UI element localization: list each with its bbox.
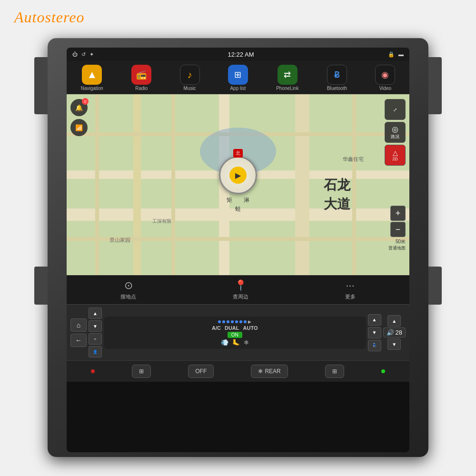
volume-level: 28 [396,329,402,336]
svg-text:景山家园: 景山家园 [109,237,130,243]
grid-icon-2: ⊞ [332,368,337,375]
back-button[interactable]: ← [70,334,87,347]
applist-label: App list [230,86,246,91]
volume-display: 🔊 28 [383,327,406,337]
nav-bottom-buttons: ⊙ 搜地点 📍 查周边 ··· 更多 [67,275,409,304]
seat-heat-icon: 👤 [89,346,102,357]
radio-label: Radio [135,86,148,91]
mount-tab-bottom-left [34,267,48,305]
bluetooth-label: Bluetooth [327,86,347,91]
search-place-button[interactable]: ⊙ 搜地点 [120,279,136,300]
fan-dot-6 [239,320,242,323]
power-icon: ⏻ [72,51,78,57]
fan-left-controls: ▲ ▼ ≈ 👤 [89,307,102,357]
svg-rect-5 [133,94,141,275]
zoom-in-button[interactable]: + [390,206,406,221]
back-icon: ← [75,337,82,344]
rear-button[interactable]: ❄ REAR [251,365,288,378]
video-icon: ◉ [375,65,395,85]
app-navigation[interactable]: ▲ Navigation [77,64,107,92]
battery-icon: ▬ [398,51,404,57]
fan-right-down-button[interactable]: ▼ [368,327,381,338]
airflow-feet-icon[interactable]: 🦶 [232,339,240,346]
wifi-button[interactable]: 📶 [70,119,88,136]
home-button[interactable]: ⌂ [70,318,87,332]
fan-right-up-button[interactable]: ▲ [368,314,381,326]
view-2d-label: 2D [392,157,398,161]
status-time: 12:22 AM [228,51,254,58]
fullscreen-button[interactable]: ⤢ [385,99,406,120]
svg-rect-10 [352,94,356,275]
dir-right: 淋 [244,196,249,204]
status-right-icons: 🔒 ▬ [388,51,404,58]
road-condition-button[interactable]: ◎ 路况 [385,122,406,143]
airflow-mode-icons: 💨 🦶 ❄ [221,339,249,346]
more-label: 更多 [345,293,356,300]
dual-label[interactable]: DUAL [225,325,239,331]
rear-label: REAR [265,368,280,375]
view-2d-button[interactable]: △ 2D [385,145,406,166]
nearby-label: 查周边 [233,293,248,300]
play-button[interactable]: ▶ [229,167,247,184]
nearby-button[interactable]: 📍 查周边 [233,279,248,300]
more-button[interactable]: ··· 更多 [345,279,356,300]
ac-label[interactable]: A/C [212,325,221,331]
road-icon: ◎ [392,125,398,134]
fan-dot-2 [222,320,225,323]
app-music[interactable]: ♪ Music [176,64,204,92]
rear-icon: ❄ [258,368,263,375]
map-left-controls: 🔔 0 📶 [70,99,88,136]
fan-arrow: ▶ [248,319,251,324]
zoom-out-button[interactable]: − [390,222,406,237]
mute-badge: 0 [82,98,89,105]
app-radio[interactable]: 📻 Radio [128,64,155,92]
video-label: Video [379,86,391,91]
view-2d-icon: △ [393,149,398,157]
applist-icon: ⊞ [228,65,248,85]
search-label: 搜地点 [120,293,136,300]
svg-text:石龙: 石龙 [323,178,351,192]
volume-down-button[interactable]: ▼ [387,338,401,350]
bottom-controls: ⊞ OFF ❄ REAR ⊞ [67,360,409,382]
map-right-controls: ⤢ ◎ 路况 △ 2D [385,99,406,166]
wifi-icon: 📶 [75,124,83,131]
bottom-grid-btn-1[interactable]: ⊞ [132,365,151,378]
fan-right-controls: ▲ ▼ 💺 [368,314,381,351]
app-applist[interactable]: ⊞ App list [224,64,252,92]
map-scale: 50米 普通地图 [388,238,406,251]
fan-dot-4 [231,320,234,323]
map-area[interactable]: 石龙 大道 华鑫住宅 景山家园 工深有限 路 🔔 0 📶 [67,94,409,275]
phonelink-label: PhoneLink [276,86,298,91]
climate-area: ⌂ ← ▲ ▼ ≈ 👤 [67,304,409,360]
fan-down-button[interactable]: ▼ [89,320,102,332]
mute-button[interactable]: 🔔 0 [70,99,88,116]
fan-dot-1 [218,320,221,323]
airflow-defrost-icon[interactable]: ❄ [244,339,249,346]
app-video[interactable]: ◉ Video [371,64,399,92]
svg-text:华鑫住宅: 华鑫住宅 [343,156,364,162]
zoom-controls: + − [390,206,406,237]
volume-up-button[interactable]: ▲ [387,315,401,327]
seat-icon-right: 💺 [368,340,381,351]
grid-icon-1: ⊞ [139,368,144,375]
bottom-grid-btn-2[interactable]: ⊞ [325,365,344,378]
airflow-face-icon[interactable]: 💨 [221,339,228,346]
navigation-label: Navigation [81,86,103,91]
off-button[interactable]: OFF [188,365,214,378]
road-label: 路况 [391,134,399,140]
off-label: OFF [195,368,207,375]
rotate-icon: ↺ [81,51,86,58]
app-phonelink[interactable]: ⇄ PhoneLink [272,64,302,92]
auto-label[interactable]: AUTO [243,325,258,331]
mount-tab-bottom-right [428,267,442,305]
more-icon: ··· [346,279,354,292]
map-center-marker: 北 ▶ 矩 淋 蛙 [219,156,257,213]
lock-icon: 🔒 [388,51,395,58]
fan-up-button[interactable]: ▲ [89,307,102,319]
fan-dot-5 [235,320,238,323]
compass-ring[interactable]: 北 ▶ [219,156,257,194]
climate-mode-labels: A/C DUAL AUTO [212,325,258,331]
app-bluetooth[interactable]: Ƀ Bluetooth [323,64,351,92]
compass-north: 北 [233,149,243,158]
svg-text:大道: 大道 [323,197,351,211]
